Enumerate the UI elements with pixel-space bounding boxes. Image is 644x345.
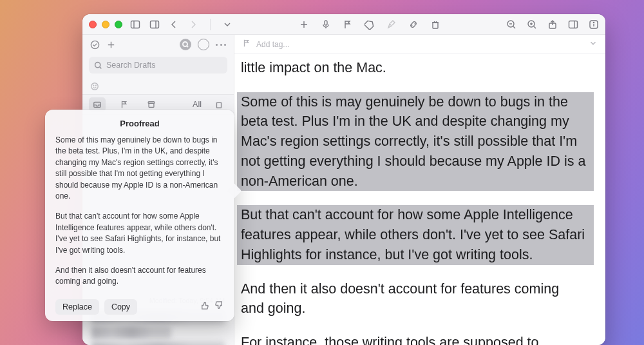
list-item[interactable] — [91, 342, 225, 345]
sidebar-left-icon[interactable] — [130, 19, 140, 30]
editor-pane: Add tag... little impact on the Mac. Som… — [234, 35, 605, 345]
svg-line-17 — [534, 26, 536, 28]
svg-line-35 — [100, 66, 101, 68]
popover-body: Some of this may genuinely be down to bu… — [55, 135, 224, 297]
zoom-window[interactable] — [115, 21, 122, 28]
search-input[interactable]: Search Drafts — [89, 57, 227, 74]
zoom-out-icon[interactable] — [506, 19, 516, 30]
thumbs-down-icon[interactable] — [214, 301, 224, 313]
cancel-icon[interactable] — [198, 39, 209, 50]
tag-icon[interactable] — [365, 19, 375, 30]
minimize-window[interactable] — [102, 21, 109, 28]
list-item[interactable] — [91, 326, 225, 339]
titlebar — [82, 14, 605, 35]
copy-button[interactable]: Copy — [104, 299, 137, 315]
popover-title: Proofread — [55, 119, 224, 128]
share-icon[interactable] — [547, 19, 558, 30]
sidebar-right-icon[interactable] — [149, 19, 160, 30]
svg-point-30 — [183, 42, 187, 46]
forward-button[interactable] — [188, 19, 198, 30]
back-button[interactable] — [169, 19, 179, 30]
writing-tools-icon[interactable] — [386, 19, 397, 30]
svg-rect-6 — [325, 21, 327, 25]
svg-point-38 — [95, 85, 96, 86]
selected-paragraph: Some of this is may genuinely be down to… — [237, 92, 594, 192]
replace-button[interactable]: Replace — [55, 299, 99, 315]
tag-placeholder[interactable]: Add tag... — [256, 40, 289, 49]
editor-body[interactable]: little impact on the Mac. Some of this i… — [234, 54, 605, 345]
proofread-popover: Proofread Some of this may genuinely be … — [45, 110, 234, 321]
tag-dropdown-icon[interactable] — [589, 39, 598, 50]
smiley-icon[interactable] — [82, 79, 234, 94]
svg-rect-9 — [433, 23, 438, 28]
popover-paragraph: And then it also doesn't account for fea… — [55, 265, 224, 288]
svg-point-36 — [91, 83, 99, 90]
svg-point-34 — [95, 62, 100, 67]
svg-point-37 — [93, 85, 94, 86]
trash-icon[interactable] — [430, 19, 440, 30]
svg-line-31 — [187, 46, 188, 47]
svg-point-26 — [593, 22, 594, 23]
svg-rect-22 — [569, 21, 578, 28]
popover-paragraph: But that can't account for how some Appl… — [55, 211, 224, 256]
window-controls — [89, 21, 122, 28]
more-icon[interactable] — [216, 44, 226, 46]
tag-bar: Add tag... — [234, 35, 605, 54]
zoom-in-icon[interactable] — [527, 19, 537, 30]
info-icon[interactable] — [589, 19, 599, 30]
chevron-down-icon[interactable] — [222, 19, 232, 30]
svg-rect-42 — [149, 103, 154, 107]
selected-paragraph: And then it also doesn't account for fea… — [237, 279, 594, 319]
flag-icon[interactable] — [343, 19, 353, 30]
selected-paragraph: But that can't account for how some Appl… — [237, 205, 594, 264]
plus-icon[interactable] — [106, 40, 116, 50]
svg-rect-0 — [131, 21, 140, 28]
thumbs-up-icon[interactable] — [200, 301, 209, 313]
panel-icon[interactable] — [568, 19, 578, 30]
microphone-icon[interactable] — [321, 19, 331, 30]
link-icon[interactable] — [408, 19, 419, 30]
paragraph: little impact on the Mac. — [237, 58, 594, 78]
search-placeholder: Search Drafts — [106, 61, 155, 70]
popover-paragraph: Some of this may genuinely be down to bu… — [55, 135, 224, 202]
filter-all-label[interactable]: All — [193, 100, 202, 109]
flag-outline-icon[interactable] — [242, 39, 251, 50]
new-note-icon[interactable] — [299, 19, 309, 30]
clear-search-icon[interactable] — [180, 39, 191, 50]
svg-rect-2 — [151, 21, 159, 28]
close-window[interactable] — [89, 21, 97, 28]
check-circle-icon[interactable] — [90, 40, 100, 50]
svg-rect-43 — [217, 103, 222, 108]
svg-line-14 — [513, 26, 515, 28]
paragraph: For instance, those writing tools are su… — [237, 333, 594, 345]
